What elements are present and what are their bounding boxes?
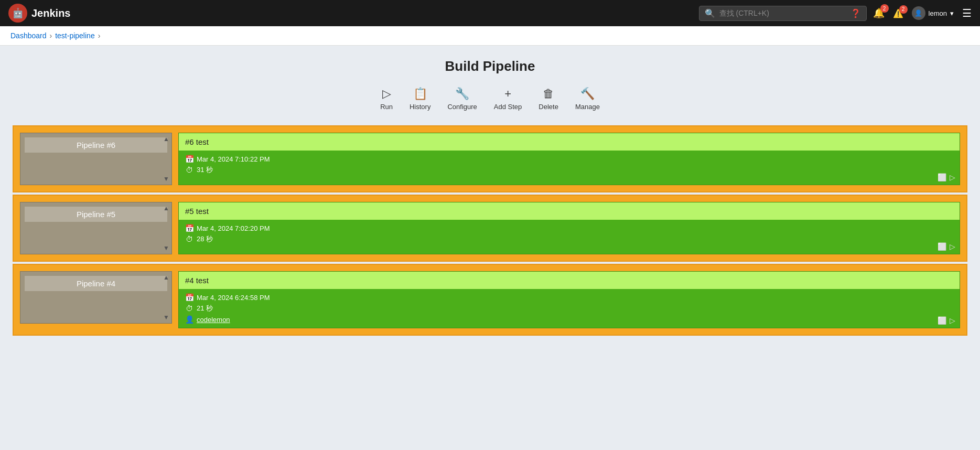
- header: 🤖 Jenkins 🔍 ❓ 🔔 2 ⚠️ 2 👤 lemon ▾ ☰: [0, 0, 980, 26]
- configure-button[interactable]: 🔧 Configure: [447, 87, 477, 111]
- add-step-icon: +: [504, 87, 511, 101]
- pipeline-label-box: Pipeline #4 ▲ ▼: [20, 271, 172, 324]
- build-duration: 31 秒: [197, 165, 213, 175]
- build-date-row: 📅 Mar 4, 2024 6:24:58 PM: [185, 293, 953, 302]
- jenkins-logo[interactable]: 🤖 Jenkins: [8, 4, 70, 23]
- build-user-link[interactable]: codelemon: [197, 316, 230, 324]
- build-card-body: 📅 Mar 4, 2024 6:24:58 PM ⏱ 21 秒 👤 codele…: [179, 289, 960, 328]
- search-bar[interactable]: 🔍 ❓: [699, 6, 867, 21]
- delete-label: Delete: [539, 103, 558, 111]
- warnings-badge: 2: [899, 5, 908, 14]
- scroll-down-btn[interactable]: ▼: [163, 175, 169, 183]
- add-step-button[interactable]: + Add Step: [494, 87, 522, 111]
- build-duration-row: ⏱ 28 秒: [185, 234, 953, 244]
- notifications-bell[interactable]: 🔔 2: [873, 7, 885, 19]
- build-card-actions: ⬜ ▷: [938, 173, 955, 181]
- page-title: Build Pipeline: [13, 58, 967, 74]
- scroll-down-btn[interactable]: ▼: [163, 314, 169, 321]
- build-card-body: 📅 Mar 4, 2024 7:10:22 PM ⏱ 31 秒: [179, 151, 960, 179]
- toolbar: ▷ Run 📋 History 🔧 Configure + Add Step 🗑…: [13, 87, 967, 111]
- breadcrumb-sep-1: ›: [50, 31, 52, 40]
- user-dropdown-icon: ▾: [950, 9, 954, 17]
- build-date-row: 📅 Mar 4, 2024 7:10:22 PM: [185, 155, 953, 163]
- pipeline-rows: Pipeline #6 ▲ ▼ #6 test 📅 Mar 4, 2024 7:…: [13, 125, 967, 338]
- console-btn[interactable]: ⬜: [938, 316, 946, 325]
- help-icon[interactable]: ❓: [850, 8, 861, 18]
- calendar-icon: 📅: [185, 224, 193, 232]
- run-label: Run: [380, 103, 393, 111]
- search-input[interactable]: [719, 9, 846, 17]
- build-card: #4 test 📅 Mar 4, 2024 6:24:58 PM ⏱ 21 秒 …: [178, 271, 960, 328]
- notifications-badge: 2: [880, 4, 889, 13]
- search-icon: 🔍: [705, 8, 715, 18]
- calendar-icon: 📅: [185, 155, 193, 163]
- build-date: Mar 4, 2024 7:10:22 PM: [197, 155, 270, 163]
- pipeline-row: Pipeline #5 ▲ ▼ #5 test 📅 Mar 4, 2024 7:…: [13, 195, 967, 262]
- build-card-title[interactable]: #6 test: [179, 133, 960, 151]
- header-icons: 🔔 2 ⚠️ 2 👤 lemon ▾ ☰: [873, 6, 972, 20]
- build-card-actions: ⬜ ▷: [938, 316, 955, 325]
- build-user-row: 👤 codelemon: [185, 315, 953, 324]
- build-duration: 21 秒: [197, 304, 213, 313]
- clock-icon: ⏱: [185, 235, 193, 243]
- history-icon: 📋: [413, 87, 427, 101]
- build-date: Mar 4, 2024 6:24:58 PM: [197, 294, 270, 302]
- pipeline-row: Pipeline #6 ▲ ▼ #6 test 📅 Mar 4, 2024 7:…: [13, 125, 967, 192]
- delete-button[interactable]: 🗑 Delete: [539, 87, 558, 111]
- pipeline-label: Pipeline #5: [25, 207, 167, 222]
- history-button[interactable]: 📋 History: [410, 87, 430, 111]
- main-content: Build Pipeline ▷ Run 📋 History 🔧 Configu…: [0, 46, 980, 448]
- run-build-btn[interactable]: ▷: [950, 173, 955, 181]
- build-card-title[interactable]: #5 test: [179, 202, 960, 220]
- run-build-btn[interactable]: ▷: [950, 316, 955, 325]
- header-title: Jenkins: [31, 7, 70, 19]
- pipeline-row: Pipeline #4 ▲ ▼ #4 test 📅 Mar 4, 2024 6:…: [13, 264, 967, 336]
- manage-icon: 🔨: [580, 87, 595, 101]
- history-label: History: [410, 103, 430, 111]
- build-card-title[interactable]: #4 test: [179, 272, 960, 289]
- clock-icon: ⏱: [185, 166, 193, 174]
- delete-icon: 🗑: [543, 87, 554, 101]
- user-name: lemon: [929, 9, 947, 17]
- build-card: #5 test 📅 Mar 4, 2024 7:02:20 PM ⏱ 28 秒 …: [178, 202, 960, 254]
- pipeline-label: Pipeline #6: [25, 137, 167, 153]
- clock-icon: ⏱: [185, 304, 193, 313]
- configure-icon: 🔧: [455, 87, 469, 101]
- hamburger-menu[interactable]: ☰: [962, 7, 972, 19]
- configure-label: Configure: [447, 103, 477, 111]
- scroll-up-btn[interactable]: ▲: [163, 274, 169, 281]
- warnings-icon[interactable]: ⚠️ 2: [893, 8, 903, 18]
- jenkins-icon: 🤖: [8, 4, 27, 23]
- breadcrumb: Dashboard › test-pipeline ›: [0, 26, 980, 46]
- build-card-actions: ⬜ ▷: [938, 242, 955, 251]
- user-avatar: 👤: [912, 6, 925, 20]
- build-duration-row: ⏱ 31 秒: [185, 165, 953, 175]
- run-button[interactable]: ▷ Run: [380, 87, 393, 111]
- calendar-icon: 📅: [185, 293, 193, 302]
- breadcrumb-dashboard[interactable]: Dashboard: [10, 31, 47, 40]
- build-duration: 28 秒: [197, 234, 213, 244]
- build-card: #6 test 📅 Mar 4, 2024 7:10:22 PM ⏱ 31 秒 …: [178, 133, 960, 185]
- breadcrumb-sep-2: ›: [98, 31, 101, 40]
- pipeline-label-box: Pipeline #5 ▲ ▼: [20, 202, 172, 254]
- scroll-up-btn[interactable]: ▲: [163, 135, 169, 143]
- run-build-btn[interactable]: ▷: [950, 242, 955, 251]
- add-step-label: Add Step: [494, 103, 522, 111]
- breadcrumb-pipeline[interactable]: test-pipeline: [55, 31, 95, 40]
- build-date: Mar 4, 2024 7:02:20 PM: [197, 224, 270, 232]
- user-menu[interactable]: 👤 lemon ▾: [912, 6, 954, 20]
- scroll-up-btn[interactable]: ▲: [163, 205, 169, 212]
- build-date-row: 📅 Mar 4, 2024 7:02:20 PM: [185, 224, 953, 232]
- user-icon: 👤: [185, 315, 193, 324]
- pipeline-label: Pipeline #4: [25, 276, 167, 291]
- manage-button[interactable]: 🔨 Manage: [575, 87, 600, 111]
- scroll-down-btn[interactable]: ▼: [163, 244, 169, 252]
- manage-label: Manage: [575, 103, 600, 111]
- console-btn[interactable]: ⬜: [938, 173, 946, 181]
- console-btn[interactable]: ⬜: [938, 242, 946, 251]
- build-card-body: 📅 Mar 4, 2024 7:02:20 PM ⏱ 28 秒: [179, 220, 960, 248]
- pipeline-label-box: Pipeline #6 ▲ ▼: [20, 133, 172, 185]
- build-duration-row: ⏱ 21 秒: [185, 304, 953, 313]
- run-icon: ▷: [382, 87, 391, 101]
